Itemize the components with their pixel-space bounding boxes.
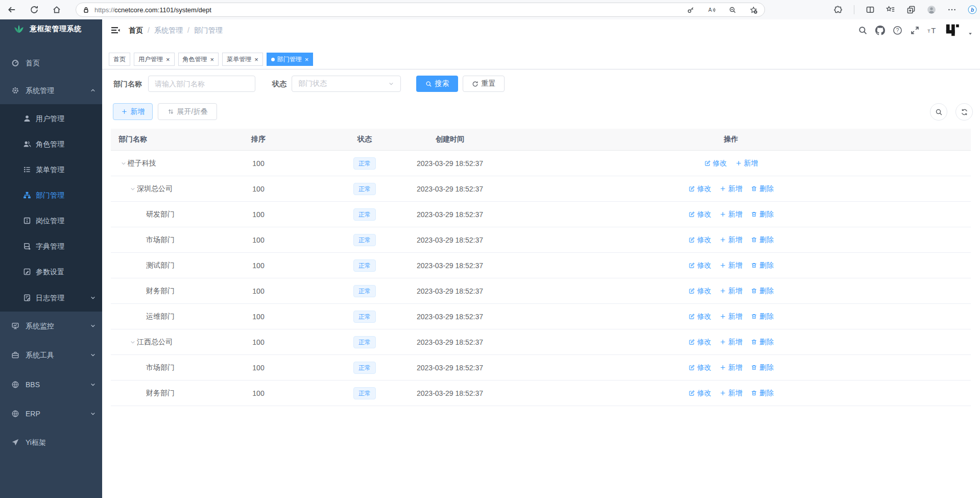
expand-row-icon[interactable]: [128, 186, 137, 192]
op-add-link[interactable]: 新增: [720, 235, 743, 245]
op-add-link[interactable]: 新增: [720, 363, 743, 372]
op-add-link[interactable]: 新增: [720, 210, 743, 219]
status-select[interactable]: 部门状态: [292, 76, 401, 92]
op-delete-link[interactable]: 删除: [751, 261, 774, 270]
back-icon[interactable]: [7, 5, 16, 14]
op-add-link[interactable]: 新增: [720, 184, 743, 194]
sidebar-item-日志管理[interactable]: 日志管理: [0, 285, 102, 311]
breadcrumb-item[interactable]: 系统管理: [154, 26, 183, 34]
sidebar-item-角色管理[interactable]: 角色管理: [0, 131, 102, 157]
app-logo[interactable]: 意框架管理系统: [0, 19, 102, 39]
op-add-link[interactable]: 新增: [720, 287, 743, 296]
close-tab-icon[interactable]: ×: [210, 56, 214, 63]
op-add-link[interactable]: 新增: [720, 338, 743, 347]
refresh-icon[interactable]: [30, 5, 39, 14]
sidebar-item-系统监控[interactable]: 系统监控: [0, 313, 102, 339]
url-text[interactable]: https://ccnetcore.com:1101/system/dept: [94, 6, 687, 14]
close-tab-icon[interactable]: ×: [254, 56, 258, 63]
op-delete-link[interactable]: 删除: [751, 338, 774, 347]
collections-icon[interactable]: [886, 5, 895, 14]
add-button[interactable]: 新增: [113, 103, 153, 120]
sidebar-item-首页[interactable]: 首页: [0, 50, 102, 76]
op-edit-link[interactable]: 修改: [688, 312, 711, 321]
search-button[interactable]: 搜索: [416, 76, 458, 92]
op-edit-link[interactable]: 修改: [688, 210, 711, 219]
op-delete-link[interactable]: 删除: [751, 312, 774, 321]
split-screen-icon[interactable]: [866, 5, 875, 14]
breadcrumb-item: 部门管理: [194, 26, 223, 34]
show-search-button[interactable]: [930, 103, 947, 121]
font-size-icon[interactable]: TT: [927, 26, 937, 35]
sidebar-item-用户管理[interactable]: 用户管理: [0, 106, 102, 131]
tab-角色管理[interactable]: 角色管理 ×: [178, 53, 219, 66]
sidebar-item-BBS[interactable]: BBS: [0, 372, 102, 397]
op-delete-link[interactable]: 删除: [751, 184, 774, 194]
op-add-link[interactable]: 新增: [720, 389, 743, 398]
extensions-icon[interactable]: [833, 5, 843, 14]
op-edit-link[interactable]: 修改: [688, 235, 711, 245]
sidebar-item-部门管理[interactable]: 部门管理: [0, 182, 102, 208]
more-icon[interactable]: [947, 5, 957, 14]
tab-首页[interactable]: 首页: [109, 53, 130, 66]
key-icon[interactable]: [687, 6, 695, 14]
sidebar-item-ERP[interactable]: ERP: [0, 401, 102, 426]
profile-icon[interactable]: [927, 5, 936, 14]
dept-name-label: 部门名称: [113, 76, 142, 92]
op-edit-link[interactable]: 修改: [688, 287, 711, 296]
op-add-link[interactable]: 新增: [735, 159, 758, 168]
op-delete-link[interactable]: 删除: [751, 389, 774, 398]
github-icon[interactable]: [875, 26, 885, 35]
sidebar-item-参数设置[interactable]: 参数设置: [0, 259, 102, 284]
user-logo[interactable]: [945, 22, 960, 38]
sidebar-item-系统工具[interactable]: 系统工具: [0, 342, 102, 368]
op-delete-link[interactable]: 删除: [751, 287, 774, 296]
sidebar-item-系统管理[interactable]: 系统管理: [0, 78, 102, 103]
collapse-sidebar-icon[interactable]: [110, 25, 121, 35]
dept-name-input[interactable]: [148, 76, 255, 92]
tab-用户管理[interactable]: 用户管理 ×: [134, 53, 175, 66]
op-delete-link[interactable]: 删除: [751, 235, 774, 245]
sidebar-item-菜单管理[interactable]: 菜单管理: [0, 157, 102, 182]
op-edit-link[interactable]: 修改: [688, 261, 711, 270]
tab-部门管理[interactable]: 部门管理 ×: [267, 53, 314, 66]
favorite-add-icon[interactable]: [750, 6, 757, 14]
caret-down-icon[interactable]: [968, 24, 973, 36]
expand-row-icon[interactable]: [128, 339, 137, 345]
search-icon: [425, 81, 432, 87]
expand-row-icon[interactable]: [119, 160, 128, 167]
copilot-icon[interactable]: b: [968, 5, 977, 14]
read-aloud-icon[interactable]: A: [708, 6, 715, 14]
sidebar-item-label: 系统管理: [26, 78, 54, 103]
address-bar[interactable]: https://ccnetcore.com:1101/system/dept A: [76, 3, 765, 17]
op-add-link[interactable]: 新增: [720, 312, 743, 321]
reset-button[interactable]: 重置: [463, 76, 505, 92]
home-icon[interactable]: [52, 5, 61, 14]
op-edit-link[interactable]: 修改: [688, 363, 711, 372]
tag-tab-bar: 首页 用户管理 × 角色管理 × 菜单管理 × 部门管理 ×: [102, 41, 980, 69]
sidebar-item-label: 角色管理: [36, 131, 64, 157]
search-icon[interactable]: [858, 26, 868, 35]
op-edit-link[interactable]: 修改: [688, 389, 711, 398]
op-edit-link[interactable]: 修改: [688, 338, 711, 347]
tab-菜单管理[interactable]: 菜单管理 ×: [222, 53, 263, 66]
sidebar-item-岗位管理[interactable]: 岗位管理: [0, 208, 102, 233]
op-edit-link[interactable]: 修改: [688, 184, 711, 194]
op-delete-link[interactable]: 删除: [751, 363, 774, 372]
sidebar-item-字典管理[interactable]: 字典管理: [0, 233, 102, 259]
expand-collapse-button[interactable]: 展开/折叠: [158, 103, 217, 120]
op-edit-link[interactable]: 修改: [704, 159, 727, 168]
tab-groups-icon[interactable]: [906, 5, 916, 14]
breadcrumb-item[interactable]: 首页: [129, 26, 143, 34]
sidebar-item-Yi框架[interactable]: Yi框架: [0, 430, 102, 455]
zoom-out-icon[interactable]: [729, 6, 736, 14]
refresh-table-button[interactable]: [955, 103, 973, 121]
op-delete-link[interactable]: 删除: [751, 210, 774, 219]
delete-op-icon: [751, 185, 757, 192]
sidebar-item-label: BBS: [26, 372, 40, 397]
help-icon[interactable]: ?: [893, 26, 902, 35]
fullscreen-icon[interactable]: [910, 26, 920, 35]
op-add-link[interactable]: 新增: [720, 261, 743, 270]
close-tab-icon[interactable]: ×: [166, 56, 170, 63]
dept-sort: 100: [196, 389, 321, 397]
close-tab-icon[interactable]: ×: [305, 56, 309, 63]
